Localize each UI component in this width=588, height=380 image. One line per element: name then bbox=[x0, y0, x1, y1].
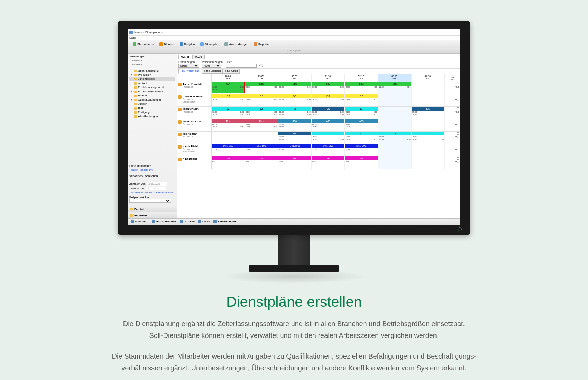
tree-schichtbetrieb[interactable]: Schichtbetrieb bbox=[129, 77, 175, 81]
link-speichern[interactable]: speichern bbox=[140, 168, 153, 171]
shift-cell[interactable]: L210:0016:300:30 bbox=[412, 132, 445, 144]
shift-cell[interactable]: SpS00:000:00 bbox=[312, 82, 345, 94]
modetab-diensten[interactable]: nach Diensten bbox=[202, 69, 223, 74]
shift-cell[interactable]: SpS00:000:00 bbox=[245, 82, 278, 94]
shift-cell[interactable]: DK1, DK211:00 bbox=[312, 144, 345, 156]
shift-block[interactable]: Dis bbox=[278, 132, 311, 135]
person-cell[interactable]: Nicole MichlProduktionSchichtleiter bbox=[177, 144, 212, 156]
shift-cell[interactable]: L208:008:0016:300:30 bbox=[212, 107, 245, 119]
tree-support[interactable]: Support bbox=[129, 102, 175, 106]
shift-cell[interactable]: FrS16:000:00 bbox=[312, 94, 345, 106]
shift-cell[interactable]: Mec08:0016:000:30 bbox=[212, 119, 245, 131]
shift-block[interactable]: FrS bbox=[345, 94, 378, 98]
shift-cell[interactable]: DK1, DK211:00 bbox=[245, 144, 278, 156]
shift-block[interactable]: A30 bbox=[278, 119, 311, 123]
shift-cell[interactable]: L208:008:0016:300:30 bbox=[278, 107, 312, 119]
shift-cell[interactable]: L216:0016:300:30 bbox=[378, 132, 411, 144]
shift-block[interactable]: L2 bbox=[378, 132, 411, 135]
shift-block[interactable]: SpS bbox=[312, 82, 344, 86]
shift-cell[interactable] bbox=[378, 94, 411, 106]
shift-block[interactable]: GB bbox=[245, 156, 278, 160]
shift-cell[interactable]: Dis08:008:0016:300:30 bbox=[312, 107, 345, 119]
accordion-personen[interactable]: Personen bbox=[128, 212, 177, 218]
shift-cell[interactable] bbox=[212, 132, 245, 144]
shift-cell[interactable] bbox=[412, 119, 445, 131]
viewtab-grafik[interactable]: Grafik bbox=[193, 55, 205, 59]
shift-cell[interactable] bbox=[378, 144, 411, 156]
shift-block[interactable]: SpS bbox=[378, 82, 411, 86]
shift-cell[interactable]: GB0:00 bbox=[312, 156, 345, 169]
shift-cell[interactable]: A3008:0016:30 bbox=[345, 119, 378, 131]
tree-technik[interactable]: Technik bbox=[129, 94, 175, 98]
shift-block[interactable]: DK1, DK2 bbox=[345, 144, 378, 148]
link-naechste-woche[interactable]: nächste Woche bbox=[154, 191, 173, 194]
shift-block[interactable]: L2 bbox=[245, 107, 278, 111]
shift-block[interactable]: GB bbox=[312, 156, 344, 160]
shift-block[interactable]: DK1, DK2 bbox=[278, 144, 311, 148]
person-cell[interactable]: Nina Döhler bbox=[177, 156, 212, 169]
shift-cell[interactable] bbox=[378, 107, 411, 119]
tree-fertigung[interactable]: Fertigung bbox=[129, 110, 175, 114]
shift-cell[interactable]: FrS16:000:00 bbox=[278, 94, 312, 106]
zeitraum-bis-input[interactable] bbox=[146, 187, 166, 190]
shift-cell[interactable]: GB0:00 bbox=[278, 156, 312, 169]
person-cell[interactable]: Jennifer RühlProduktion bbox=[177, 107, 212, 119]
row-checkbox[interactable] bbox=[457, 107, 459, 110]
rollplan-select[interactable] bbox=[129, 199, 171, 203]
shift-cell[interactable] bbox=[412, 94, 445, 106]
shift-block[interactable]: L2 bbox=[345, 132, 378, 135]
tree-qsicherung[interactable]: ▾Qualitätssicherung bbox=[129, 98, 175, 102]
shift-cell[interactable]: GB0:00 bbox=[245, 156, 278, 169]
shift-block[interactable]: Dis bbox=[412, 107, 444, 111]
link-laden[interactable]: laden bbox=[131, 168, 138, 171]
person-cell[interactable]: Jonathan KohnProduktion bbox=[177, 119, 212, 131]
shift-block[interactable]: DK1, DK2 bbox=[312, 144, 344, 148]
tree-projektmanagement[interactable]: ▾Projektmanagement bbox=[129, 89, 175, 94]
shift-block[interactable]: SpS bbox=[245, 82, 278, 86]
shift-cell[interactable]: FrS16:000:00 bbox=[245, 94, 278, 106]
shift-cell[interactable] bbox=[378, 119, 411, 131]
row-checkbox[interactable] bbox=[457, 95, 459, 97]
row-checkbox[interactable] bbox=[457, 83, 459, 85]
tree-produktmanagement[interactable]: Produktmanagement bbox=[129, 85, 175, 89]
shift-cell[interactable]: L208:008:0016:300:30 bbox=[345, 107, 378, 119]
personen-zeigen-select[interactable]: Name bbox=[202, 64, 221, 68]
row-checkbox[interactable] bbox=[457, 157, 459, 160]
link-vorherige-woche[interactable]: vorherige Woche bbox=[131, 191, 152, 194]
shift-cell[interactable] bbox=[412, 144, 445, 156]
shift-block[interactable]: DK1, DK2 bbox=[212, 144, 245, 148]
tab-stammdaten[interactable]: Stammdaten bbox=[130, 42, 157, 47]
tree-alle[interactable]: Alle Abteilungen bbox=[129, 114, 175, 118]
shift-cell[interactable]: SpS00:000:00 bbox=[345, 82, 378, 94]
shift-block[interactable]: DK1, DK2 bbox=[245, 144, 278, 148]
accordion-bereich[interactable]: Bereich bbox=[128, 206, 177, 212]
sidebar-abteilung[interactable]: Abteilung bbox=[129, 63, 175, 66]
person-cell[interactable]: Aaron KowalskiProduktion bbox=[177, 82, 212, 94]
shift-cell[interactable]: DK1, DK211:00 bbox=[278, 144, 312, 156]
row-checkbox[interactable] bbox=[457, 120, 459, 122]
shift-cell[interactable] bbox=[378, 156, 411, 169]
shift-block[interactable]: FrS bbox=[212, 94, 245, 98]
shift-cell[interactable]: GB0:00 bbox=[345, 156, 378, 169]
shift-cell[interactable] bbox=[245, 132, 278, 144]
tab-auswertungen[interactable]: Auswertungen bbox=[222, 42, 251, 47]
person-cell[interactable]: Milena JahnProduktion bbox=[177, 132, 212, 144]
shift-block[interactable]: SpS bbox=[278, 82, 311, 86]
shift-block[interactable]: FrS bbox=[278, 94, 311, 98]
shift-cell[interactable]: FrS16:000:00 bbox=[212, 94, 245, 106]
shift-block[interactable]: Mec bbox=[212, 119, 245, 123]
tab-dienste[interactable]: Dienste bbox=[157, 42, 177, 47]
shift-cell[interactable]: Dis09:0016:00 bbox=[412, 107, 445, 119]
viewtab-tabelle[interactable]: Tabelle bbox=[178, 55, 193, 59]
filter-input[interactable] bbox=[226, 64, 257, 68]
modetab-personalen[interactable]: nach Personalen bbox=[178, 69, 202, 74]
shift-cell[interactable]: A3008:0016:30 bbox=[278, 119, 312, 131]
shift-cell[interactable]: DK1, DK211:00 bbox=[345, 144, 378, 156]
btn-daten[interactable]: Daten bbox=[198, 220, 210, 223]
shift-cell[interactable]: Dis09:0016:00 bbox=[278, 132, 312, 144]
shift-block[interactable]: L2 bbox=[278, 107, 311, 111]
tree-verkauf[interactable]: Verkauf bbox=[129, 81, 175, 85]
zeitraum-von-input[interactable] bbox=[147, 182, 167, 186]
shift-cell[interactable]: GB0:00 bbox=[212, 156, 245, 169]
tab-reporte[interactable]: Reporte bbox=[251, 42, 272, 47]
